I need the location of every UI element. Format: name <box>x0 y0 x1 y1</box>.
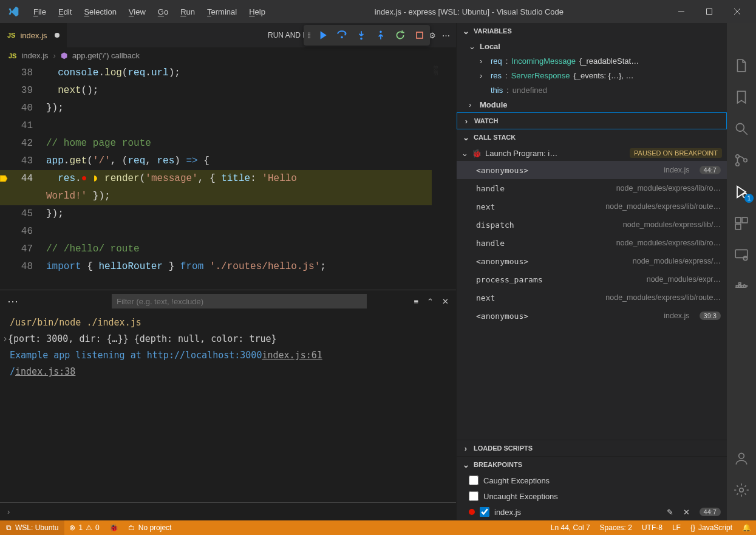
status-bar: ⧉ WSL: Ubuntu ⊗1 ⚠0 🐞 🗀No project Ln 44,… <box>0 520 756 535</box>
code-line[interactable]: 41 <box>0 117 432 135</box>
language-status[interactable]: {}JavaScript <box>686 520 737 535</box>
word-wrap-icon[interactable]: ≡ <box>414 297 418 306</box>
cursor-position[interactable]: Ln 44, Col 7 <box>546 520 595 535</box>
variable-row[interactable]: this: undefined <box>457 83 727 97</box>
stack-frame[interactable]: dispatchnode_modules/express/lib/… <box>457 216 727 234</box>
minimap[interactable]: ▂▃▁▂▃▂▁▃▂▃▂▁▂▃▁▂▃▁▂▃▂▂▃▂▁▂▃▁▃▁▂▃▂▁▂▂▃▁▂▃… <box>432 64 456 290</box>
continue-button[interactable] <box>316 29 329 42</box>
notifications-icon[interactable]: 🔔 <box>737 520 756 535</box>
minimize-button[interactable] <box>667 0 695 23</box>
restart-button[interactable] <box>393 29 407 42</box>
remote-indicator[interactable]: ⧉ WSL: Ubuntu <box>0 520 64 535</box>
stack-frame[interactable]: nextnode_modules/express/lib/route… <box>457 288 727 307</box>
breakpoint-row[interactable]: index.js✎✕44:7 <box>457 504 727 520</box>
code-line[interactable]: 46 <box>0 223 432 240</box>
breadcrumb-symbol[interactable]: app.get('/') callback <box>72 51 140 60</box>
step-out-button[interactable] <box>374 29 387 42</box>
docker-icon[interactable] <box>733 278 750 295</box>
collapse-icon[interactable]: ⌃ <box>427 297 434 306</box>
session-name: Launch Program: i… <box>485 149 557 158</box>
code-line[interactable]: 48import { helloRouter } from './routes/… <box>0 258 432 276</box>
scope-row[interactable]: ›Module <box>457 97 727 112</box>
code-line[interactable]: 42// home page route <box>0 135 432 152</box>
watch-header[interactable]: ›WATCH <box>457 113 726 129</box>
step-over-button[interactable] <box>335 29 349 42</box>
breakpoints-header[interactable]: ⌄BREAKPOINTS <box>457 457 727 472</box>
code-line[interactable]: 45}); <box>0 205 432 223</box>
drag-handle-icon[interactable]: ⁞⁞ <box>307 30 310 40</box>
breakpoint-row[interactable]: Uncaught Exceptions <box>457 488 727 504</box>
step-into-button[interactable] <box>355 29 368 42</box>
breadcrumb[interactable]: JS index.js › ⬢ app.get('/') callback <box>0 47 456 64</box>
debug-toolbar[interactable]: ⁞⁞ <box>304 25 430 46</box>
code-line[interactable]: 39 next(); <box>0 82 432 100</box>
close-panel-icon[interactable]: ✕ <box>442 297 449 306</box>
debug-session-row[interactable]: ⌄ 🐞 Launch Program: i… PAUSED ON BREAKPO… <box>457 145 727 161</box>
code-line[interactable]: 47// /hello/ route <box>0 240 432 258</box>
variable-row[interactable]: ›req: IncomingMessage {_readableStat… <box>457 53 727 68</box>
tab-index-js[interactable]: JS index.js <box>0 23 67 47</box>
menu-view[interactable]: View <box>123 5 151 19</box>
close-button[interactable] <box>723 0 751 23</box>
callstack-header[interactable]: ⌄CALL STACK <box>457 129 727 145</box>
variables-header[interactable]: ⌄VARIABLES <box>457 23 727 39</box>
menu-file[interactable]: File <box>28 5 52 19</box>
bookmark-icon[interactable] <box>733 89 750 106</box>
menu-help[interactable]: Help <box>243 5 271 19</box>
code-line[interactable]: World!' }); <box>0 188 432 205</box>
menu-selection[interactable]: Selection <box>78 5 121 19</box>
stop-button[interactable] <box>413 29 426 42</box>
code-line[interactable]: 44 res.● ◗ render('message', { title: 'H… <box>0 170 432 188</box>
remove-icon[interactable]: ✕ <box>683 508 690 517</box>
breakpoint-row[interactable]: Caught Exceptions <box>457 472 727 488</box>
breakpoint-checkbox[interactable] <box>480 507 489 517</box>
search-icon[interactable] <box>733 120 750 137</box>
indentation-status[interactable]: Spaces: 2 <box>595 520 637 535</box>
debug-status[interactable]: 🐞 <box>104 520 123 535</box>
svg-point-6 <box>380 31 382 33</box>
menu-go[interactable]: Go <box>152 5 174 19</box>
console-output: /usr/bin/node ./index.js› {port: 3000, d… <box>0 312 456 502</box>
remote-explorer-icon[interactable] <box>733 247 750 264</box>
source-control-icon[interactable] <box>733 152 750 169</box>
stack-frame[interactable]: <anonymous>index.js44:7 <box>457 161 727 179</box>
code-line[interactable]: 38 console.log(req.url); <box>0 64 432 82</box>
menu-run[interactable]: Run <box>175 5 200 19</box>
source-link[interactable]: index.js:61 <box>262 347 322 364</box>
stack-frame[interactable]: handlenode_modules/express/lib/ro… <box>457 234 727 252</box>
code-editor[interactable]: 38 console.log(req.url);39 next();40});4… <box>0 64 432 290</box>
scope-row[interactable]: ⌄Local <box>457 39 727 53</box>
extensions-icon[interactable] <box>733 215 750 232</box>
project-status[interactable]: 🗀No project <box>123 520 177 535</box>
breadcrumb-file[interactable]: index.js <box>21 51 48 60</box>
stack-frame[interactable]: process_paramsnode_modules/expr… <box>457 270 727 288</box>
maximize-button[interactable] <box>695 0 723 23</box>
problems-status[interactable]: ⊗1 ⚠0 <box>64 520 104 535</box>
filter-input[interactable] <box>112 294 367 308</box>
code-line[interactable]: 43app.get('/', (req, res) => { <box>0 152 432 170</box>
panel-views-icon[interactable]: ⋯ <box>7 295 19 308</box>
menu-edit[interactable]: Edit <box>53 5 77 19</box>
stack-frame[interactable]: <anonymous>node_modules/express/… <box>457 252 727 270</box>
encoding-status[interactable]: UTF-8 <box>637 520 667 535</box>
breakpoint-checkbox[interactable] <box>469 475 478 485</box>
menu-terminal[interactable]: Terminal <box>202 5 242 19</box>
breakpoint-checkbox[interactable] <box>469 491 478 501</box>
stack-frame[interactable]: nextnode_modules/express/lib/route… <box>457 197 727 216</box>
stack-frame[interactable]: <anonymous>index.js39:3 <box>457 307 727 325</box>
run-debug-icon[interactable]: 1 <box>733 183 750 200</box>
settings-icon[interactable] <box>733 482 750 499</box>
loaded-scripts-header[interactable]: ›LOADED SCRIPTS <box>457 440 727 456</box>
edit-icon[interactable]: ✎ <box>667 508 673 517</box>
stack-frame[interactable]: handlenode_modules/express/lib/ro… <box>457 179 727 197</box>
eol-status[interactable]: LF <box>667 520 686 535</box>
code-line[interactable]: 40}); <box>0 100 432 117</box>
more-icon[interactable]: ⋯ <box>442 31 450 40</box>
source-link[interactable]: index.js:38 <box>15 364 75 380</box>
window-title: index.js - express [WSL: Ubuntu] - Visua… <box>273 7 665 16</box>
variable-row[interactable]: ›res: ServerResponse {_events: {…}, … <box>457 68 727 83</box>
accounts-icon[interactable] <box>733 450 750 467</box>
explorer-icon[interactable] <box>733 57 750 74</box>
breakpoint-current-icon[interactable] <box>0 174 9 183</box>
repl-input[interactable]: › <box>0 502 456 520</box>
